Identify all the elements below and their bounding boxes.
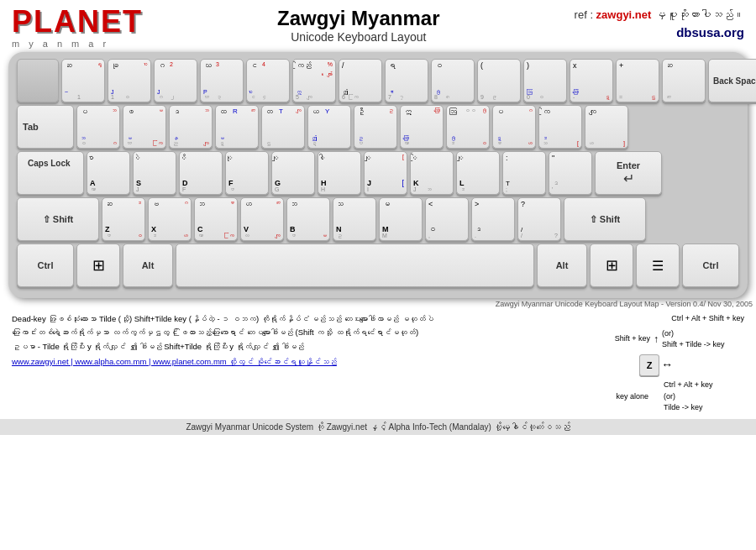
key-o[interactable]: ဩ ဨ ဨ ဒ ဝ ဝဝ	[446, 105, 490, 149]
key-z[interactable]: ဆ ဒ Z ဖ ဝ	[102, 197, 145, 241]
key-j[interactable]: ျ [ J [ I	[364, 151, 407, 195]
spacebar-key[interactable]	[176, 244, 534, 287]
ref-area: ref : zawgyi.net မှပူးသိုးထားပါသည်။ dbsu…	[575, 7, 744, 42]
key-9[interactable]: ( 9 ၉	[477, 59, 521, 102]
key-c[interactable]: ဘ ဓ C ဏ ကြ	[194, 197, 238, 241]
key-equals[interactable]: + = ဌ	[616, 59, 659, 102]
key-0[interactable]: ) ဩ 0 ဝ	[523, 59, 567, 102]
bottom-row: Ctrl ⊞ Alt Alt ⊞ ☰ Ctrl	[17, 244, 739, 287]
links-row[interactable]: www.zawgyi.net | www.alpha.com.mm | www.…	[12, 356, 551, 368]
bottom-right: Ctrl + Alt + Shift + key Shift + key ↑ (…	[568, 313, 744, 414]
key-v[interactable]: ဟ ဆ V လ ကျ	[240, 197, 284, 241]
ctrl-left-key[interactable]: Ctrl	[17, 244, 74, 287]
logo-myanmar: m y a n m a r	[12, 39, 109, 49]
key-minus[interactable]: x ဪ - ဋ	[570, 59, 613, 102]
ctrl-right-key[interactable]: Ctrl	[682, 244, 739, 287]
ref-zawgyi: zawgyi.net	[596, 8, 652, 21]
alt-right-key[interactable]: Alt	[537, 244, 587, 287]
windows-right-icon: ⊞	[606, 256, 618, 275]
key-backslash-top[interactable]: ဆ ဆ	[662, 59, 706, 102]
footer-text: Zawgyi Myanmar Unicode System ကို Zawgyi…	[186, 422, 570, 432]
key-2[interactable]: ဂ 2 J ဂ ၂	[154, 59, 197, 102]
ctrl-left-label: Ctrl	[38, 260, 54, 270]
key-t[interactable]: တ ကျ ဌ T	[261, 105, 305, 149]
key-m[interactable]: မ M M	[379, 197, 423, 241]
key-4[interactable]: င 4 ၤ င ၄	[246, 59, 290, 102]
key-5[interactable]: ကြည် % ကျော် ဣ 5 ကျ	[292, 59, 336, 102]
windows-right-key[interactable]: ⊞	[590, 244, 633, 287]
backspace-key[interactable]: Back Space	[708, 59, 756, 102]
arrow-up: ↑	[654, 332, 659, 347]
key-7[interactable]: ရ ဧ 7 ၇	[385, 59, 428, 102]
windows-left-key[interactable]: ⊞	[76, 244, 120, 287]
key-6[interactable]: / ဤ 6 ကြ	[339, 59, 382, 102]
alt-left-label: Alt	[142, 260, 155, 270]
key-d[interactable]: ိ D F	[179, 151, 223, 195]
key-quote[interactable]: " ဒ '	[549, 151, 592, 195]
key-s[interactable]: ဲ S J	[133, 151, 176, 195]
key-r[interactable]: ထ ဆ ဗ ဋ R	[215, 105, 259, 149]
key-q[interactable]: ပ ဘ ဘ ဝ ဂ	[76, 105, 120, 149]
windows-left-icon: ⊞	[92, 256, 105, 275]
key-e[interactable]: ဒ ဘ န ည ကျ	[169, 105, 213, 149]
key-semicolon[interactable]: : T ;	[502, 151, 546, 195]
logo-planet: PLANET	[12, 7, 143, 37]
key-1[interactable]: ခု ၢ J 1 ဝ	[108, 59, 151, 102]
legend-shift-key-label: Shift + key	[568, 333, 650, 345]
key-g[interactable]: ျ G G	[271, 151, 315, 195]
key-x[interactable]: ဗ ဂ X ဒ ဟ	[148, 197, 192, 241]
key-p[interactable]: ပ ဂ ဋ ဓ ဟ	[492, 105, 536, 149]
legend-or1: (or)	[662, 328, 744, 340]
key-w[interactable]: ဖ ဗ ဗ ဃ ကြ	[123, 105, 166, 149]
key-bracket-open[interactable]: ကြ ဒ သ [	[538, 105, 582, 149]
key-bracket-close[interactable]: ကျ ဟ ]	[585, 105, 628, 149]
ref-dbsusa: dbsusa.org	[575, 24, 744, 43]
key-comma[interactable]: < ဝ ,	[425, 197, 469, 241]
alt-left-key[interactable]: Alt	[123, 244, 173, 287]
keyboard-version: Zawgyi Myanmar Unicode Keyboard Layout M…	[0, 300, 756, 308]
shift-right-key[interactable]: ⇧ Shift	[564, 197, 646, 241]
key-3[interactable]: ဃ 3 P ဃ ၃	[200, 59, 244, 102]
legend-ctrl-alt: Ctrl + Alt + key	[664, 380, 744, 391]
key-a[interactable]: ာ A ဏ	[87, 151, 130, 195]
legend-tilde: Tilde -> key	[664, 402, 744, 414]
key-f[interactable]: ု F ဖ	[225, 151, 269, 195]
key-8[interactable]: ဝ ဨ 8 ၈	[431, 59, 475, 102]
tab-label: Tab	[23, 122, 39, 132]
legend-or2: (or)	[664, 391, 744, 403]
shift-left-key[interactable]: ⇧ Shift	[17, 197, 99, 241]
legend-ctrl-alt-shift: Ctrl + Alt + Shift + key	[568, 313, 744, 325]
title-section: Zawgyi Myanmar Unicode Keyboard Layout	[277, 7, 439, 44]
key-fn[interactable]	[17, 59, 59, 102]
enter-label: Enter	[617, 160, 640, 170]
number-row: ဆ ၡ ~ 1 ခု ၢ J 1 ဝ ဂ 2 J ဂ ၂ ဃ 3 P ဃ ၃ င	[17, 59, 739, 102]
desc2: အကြောင်းတစ်ရဲ့ဆောက်ရိုက်မှသာ လက်ကွက်မှဌတ…	[12, 327, 551, 338]
key-i[interactable]: ဣ ဪ ဪ ဏ	[400, 105, 444, 149]
title-sub: Unicode Keyboard Layout	[277, 30, 439, 44]
key-period[interactable]: > ဒ .	[471, 197, 515, 241]
enter-key[interactable]: Enter ↵	[595, 151, 662, 195]
zxcv-row: ⇧ Shift ဆ ဒ Z ဖ ဝ ဗ ဂ X ဒ ဟ ဘ ဓ C ဏ ကြ ဟ…	[17, 197, 739, 241]
legend-z-key: Z	[639, 354, 660, 377]
shift-left-label: ⇧ Shift	[43, 214, 74, 225]
menu-key[interactable]: ☰	[636, 244, 680, 287]
tab-key[interactable]: Tab	[17, 105, 74, 149]
qwerty-row: Tab ပ ဘ ဘ ဝ ဂ ဖ ဗ ဗ ဃ ကြ ဒ ဘ န ည ကျ ထ ဆ …	[17, 105, 739, 149]
legend-key-alone-label: key alone	[568, 391, 648, 403]
title-main: Zawgyi Myanmar	[277, 7, 439, 30]
key-n[interactable]: သ N ဥ	[333, 197, 376, 241]
key-u[interactable]: ဦ ဥ ဥ ဎ	[354, 105, 397, 149]
key-h[interactable]: ါ H H	[318, 151, 361, 195]
capslock-key[interactable]: Caps Lock	[17, 151, 84, 195]
key-backtick[interactable]: ဆ ၡ ~ 1	[61, 59, 105, 102]
logo-area: PLANET m y a n m a r	[12, 7, 143, 49]
key-slash[interactable]: ? / / ?	[517, 197, 561, 241]
shift-right-label: ⇧ Shift	[590, 214, 621, 225]
alt-right-label: Alt	[556, 260, 569, 270]
footer-bar: Zawgyi Myanmar Unicode System ကို Zawgyi…	[0, 419, 756, 435]
key-b[interactable]: ဘ B ဖ ဗ	[286, 197, 330, 241]
keyboard: ဆ ၡ ~ 1 ခု ၢ J 1 ဝ ဂ 2 J ဂ ၂ ဃ 3 P ဃ ၃ င	[8, 52, 748, 298]
key-l[interactable]: ျ L ဒ	[456, 151, 500, 195]
key-k[interactable]: ြ K J ဘ	[410, 151, 454, 195]
key-y[interactable]: ယ ဤ ဍ Y	[307, 105, 351, 149]
